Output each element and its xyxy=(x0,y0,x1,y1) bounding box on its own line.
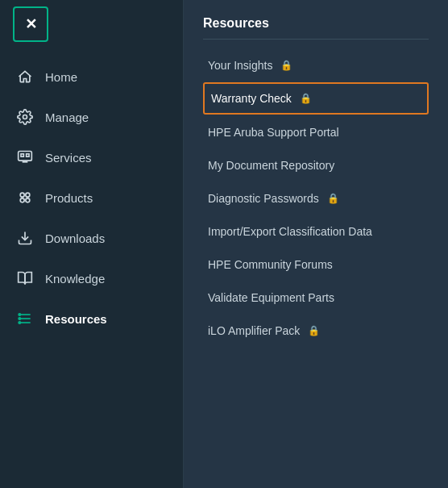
menu-item-ilo-amplifier[interactable]: iLO Amplifier Pack 🔒 xyxy=(203,315,429,348)
sidebar-item-services[interactable]: Services xyxy=(0,137,183,177)
sidebar-item-resources-label: Resources xyxy=(45,312,107,326)
diagnostic-passwords-label: Diagnostic Passwords xyxy=(208,192,319,205)
home-icon xyxy=(16,68,34,86)
sidebar-item-services-label: Services xyxy=(45,151,92,165)
close-icon: ✕ xyxy=(25,15,37,33)
svg-point-15 xyxy=(19,318,21,320)
svg-point-0 xyxy=(23,115,27,119)
svg-point-9 xyxy=(26,198,30,202)
sidebar-item-knowledge[interactable]: Knowledge xyxy=(0,258,183,298)
sidebar-item-manage[interactable]: Manage xyxy=(0,97,183,137)
svg-rect-1 xyxy=(19,152,32,161)
menu-item-validate-equipment[interactable]: Validate Equipment Parts xyxy=(203,282,429,315)
sidebar-item-manage-label: Manage xyxy=(45,111,89,124)
services-icon xyxy=(16,148,34,166)
sidebar: ✕ Home Manage xyxy=(0,0,184,488)
menu-item-import-export[interactable]: Import/Export Classification Data xyxy=(203,215,429,248)
ilo-amplifier-lock-icon: 🔒 xyxy=(308,325,320,336)
sidebar-item-home[interactable]: Home xyxy=(0,56,183,97)
hpe-aruba-label: HPE Aruba Support Portal xyxy=(208,126,339,139)
sidebar-item-products-label: Products xyxy=(45,191,93,205)
your-insights-lock-icon: 🔒 xyxy=(280,60,292,71)
svg-point-7 xyxy=(26,193,30,197)
svg-rect-2 xyxy=(21,154,23,156)
resources-menu-list: Your Insights 🔒 Warranty Check 🔒 HPE Aru… xyxy=(203,49,429,348)
close-button[interactable]: ✕ xyxy=(13,6,48,42)
downloads-icon xyxy=(16,229,34,247)
svg-point-14 xyxy=(19,314,21,316)
menu-item-warranty-check[interactable]: Warranty Check 🔒 xyxy=(203,82,429,115)
my-document-label: My Document Repository xyxy=(208,159,334,172)
hpe-community-label: HPE Community Forums xyxy=(208,258,333,271)
menu-item-diagnostic-passwords[interactable]: Diagnostic Passwords 🔒 xyxy=(203,182,429,215)
ilo-amplifier-label: iLO Amplifier Pack xyxy=(208,324,300,337)
manage-icon xyxy=(16,108,34,126)
sidebar-item-products[interactable]: Products xyxy=(0,177,183,218)
warranty-check-lock-icon: 🔒 xyxy=(300,93,312,104)
menu-item-hpe-aruba[interactable]: HPE Aruba Support Portal xyxy=(203,116,429,149)
svg-point-6 xyxy=(20,193,24,197)
products-icon xyxy=(16,189,34,206)
menu-item-your-insights[interactable]: Your Insights 🔒 xyxy=(203,49,429,82)
resources-icon xyxy=(16,310,34,327)
sidebar-top: ✕ xyxy=(0,0,183,48)
sidebar-item-resources[interactable]: Resources xyxy=(0,298,183,339)
sidebar-item-downloads-label: Downloads xyxy=(45,231,105,245)
main-panel: Resources Your Insights 🔒 Warranty Check… xyxy=(184,0,448,488)
sidebar-nav: Home Manage Ser xyxy=(0,48,183,339)
your-insights-label: Your Insights xyxy=(208,59,272,72)
menu-item-my-document[interactable]: My Document Repository xyxy=(203,149,429,182)
svg-point-8 xyxy=(20,198,24,202)
svg-point-16 xyxy=(19,322,21,324)
sidebar-item-downloads[interactable]: Downloads xyxy=(0,218,183,258)
panel-title: Resources xyxy=(203,16,429,40)
warranty-check-label: Warranty Check xyxy=(211,92,292,105)
diagnostic-passwords-lock-icon: 🔒 xyxy=(327,193,339,204)
validate-equipment-label: Validate Equipment Parts xyxy=(208,291,334,304)
menu-item-hpe-community[interactable]: HPE Community Forums xyxy=(203,248,429,282)
import-export-label: Import/Export Classification Data xyxy=(208,225,372,238)
svg-rect-3 xyxy=(27,154,29,156)
sidebar-item-knowledge-label: Knowledge xyxy=(45,272,105,286)
sidebar-item-home-label: Home xyxy=(45,70,77,84)
knowledge-icon xyxy=(16,269,34,287)
